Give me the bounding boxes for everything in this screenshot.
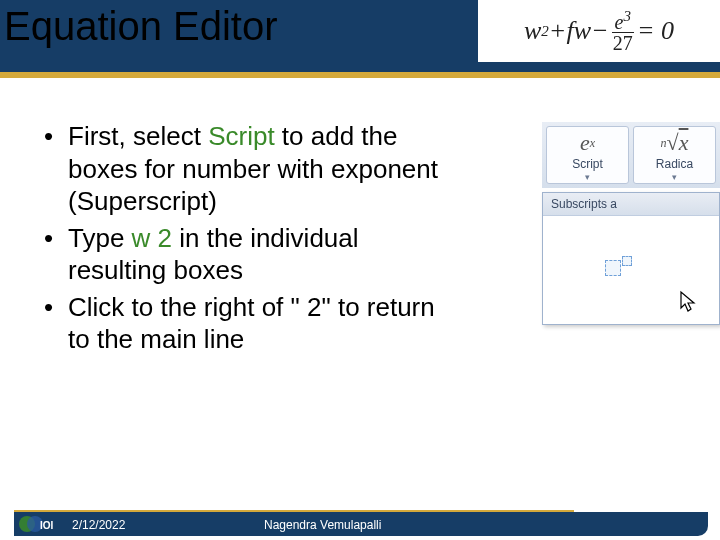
script-icon: ex [547,129,628,157]
script-button-label: Script [547,157,628,171]
chevron-down-icon: ▾ [634,172,715,182]
script-dropdown: Subscripts a [542,192,720,325]
bullet-2-2: 2 [158,223,172,253]
content-area: First, select Script to add the boxes fo… [40,120,460,360]
slide: Equation Editor w2 + fw − e327 = 0 First… [0,0,720,540]
cursor-icon [679,290,697,318]
radical-icon: n√x [634,129,715,157]
eq-frac-num: e3 [612,9,634,33]
script-icon-exp: x [590,136,595,151]
footer-logo-icon: IOI [18,514,54,534]
dropdown-header: Subscripts a [543,193,719,216]
placeholder-exponent-icon [622,256,632,266]
eq-frac-den: 27 [613,33,633,53]
eq-fraction: e327 [612,9,634,53]
footer: IOI 2/12/2022 Nagendra Vemulapalli [0,504,720,540]
bullet-2-sp [150,223,157,253]
script-button[interactable]: ex Script ▾ [546,126,629,184]
eq-w: w [524,16,541,46]
bullet-1: First, select Script to add the boxes fo… [40,120,460,218]
svg-text:IOI: IOI [40,520,54,531]
bullet-1-text-a: First, select [68,121,208,151]
bullet-1-script: Script [208,121,274,151]
ribbon-fragment: ex Script ▾ n√x Radica ▾ Subscripts a [542,122,720,325]
bullet-2: Type w 2 in the individual resulting box… [40,222,460,287]
footer-date: 2/12/2022 [72,518,125,532]
bullet-list: First, select Script to add the boxes fo… [40,120,460,356]
ribbon-buttons: ex Script ▾ n√x Radica ▾ [542,122,720,188]
chevron-down-icon: ▾ [547,172,628,182]
radical-icon-x: x [679,130,689,156]
eq-f: f [566,16,573,46]
dropdown-body [543,216,719,324]
equation-display: w2 + fw − e327 = 0 [478,0,720,62]
radical-button-label: Radica [634,157,715,171]
eq-e-exp: 3 [623,8,631,24]
eq-eqzero: = 0 [637,16,674,46]
page-title: Equation Editor [4,4,278,49]
title-accent [0,72,720,78]
placeholder-base-icon [605,260,621,276]
eq-exp2: 2 [541,23,549,40]
radical-icon-root: √ [667,130,679,156]
superscript-template[interactable] [605,256,632,276]
bullet-2-w: w [132,223,151,253]
bullet-2-text-a: Type [68,223,132,253]
bullet-3: Click to the right of " 2" to return to … [40,291,460,356]
eq-plus: + [549,16,567,46]
eq-minus: − [591,16,609,46]
footer-author: Nagendra Vemulapalli [264,518,381,532]
radical-button[interactable]: n√x Radica ▾ [633,126,716,184]
eq-w2: w [574,16,591,46]
script-icon-base: e [580,130,590,156]
